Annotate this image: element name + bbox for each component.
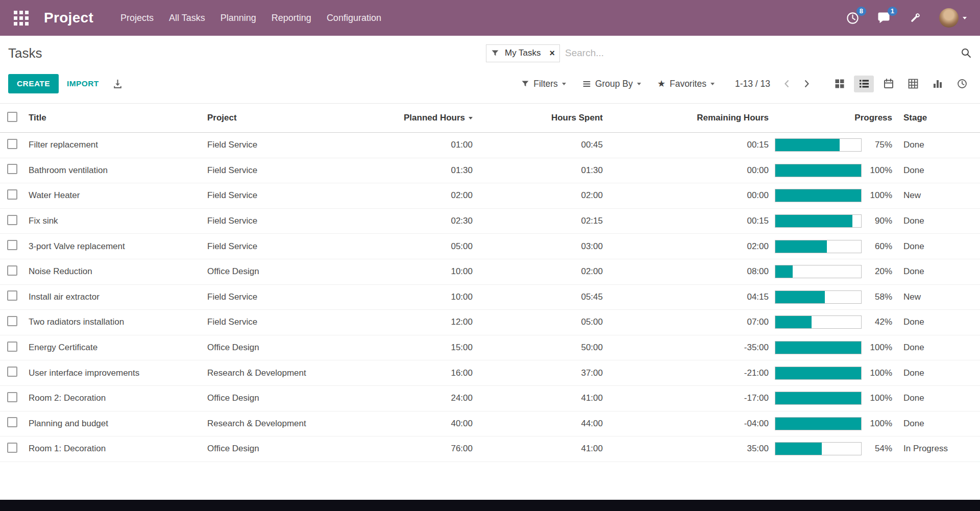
app-title[interactable]: Project (44, 10, 93, 26)
messages-icon[interactable]: 1 (877, 11, 891, 25)
favorites-dropdown[interactable]: ★ Favorites (657, 79, 715, 89)
progress-fill (775, 164, 861, 177)
progress-percent: 100% (862, 343, 896, 353)
progress-bar (775, 164, 862, 177)
kanban-view-icon[interactable] (829, 76, 849, 92)
pager-range: 1-13 / 13 (735, 79, 770, 89)
task-stage: Done (896, 140, 980, 150)
task-row[interactable]: Install air extractor Field Service 10:0… (0, 285, 980, 310)
task-row[interactable]: Water Heater Field Service 02:00 02:00 0… (0, 183, 980, 209)
task-hours-spent: 41:00 (473, 444, 603, 454)
star-icon: ★ (657, 79, 666, 88)
header-progress[interactable]: Progress (769, 113, 896, 123)
pager-next-icon[interactable] (797, 79, 816, 89)
row-checkbox[interactable] (7, 164, 17, 174)
task-remaining-hours: -17:00 (603, 393, 769, 403)
filters-dropdown[interactable]: Filters (521, 79, 566, 89)
task-hours-spent: 02:00 (473, 266, 603, 277)
group-by-dropdown[interactable]: Group By (582, 79, 641, 89)
task-row[interactable]: Planning and budget Research & Developme… (0, 411, 980, 437)
menu-reporting[interactable]: Reporting (264, 0, 319, 36)
search-bar[interactable]: My Tasks × (486, 44, 972, 62)
user-menu[interactable] (939, 8, 967, 28)
task-title: Fix sink (29, 216, 207, 226)
user-avatar (939, 8, 959, 28)
header-project[interactable]: Project (207, 113, 376, 123)
task-remaining-hours: -35:00 (603, 343, 769, 353)
task-row[interactable]: 3-port Valve replacement Field Service 0… (0, 234, 980, 259)
task-project: Field Service (207, 241, 376, 252)
task-progress-cell: 75% (769, 138, 896, 152)
select-all-checkbox[interactable] (7, 112, 17, 122)
header-hours-spent[interactable]: Hours Spent (473, 113, 603, 123)
row-checkbox[interactable] (7, 215, 17, 225)
task-project: Research & Development (207, 419, 376, 429)
task-remaining-hours: 08:00 (603, 266, 769, 277)
task-row[interactable]: Fix sink Field Service 02:30 02:15 00:15… (0, 209, 980, 234)
menu-planning[interactable]: Planning (213, 0, 264, 36)
task-row[interactable]: User interface improvements Research & D… (0, 360, 980, 386)
task-planned-hours: 02:00 (376, 190, 473, 201)
progress-percent: 100% (862, 368, 896, 378)
row-checkbox[interactable] (7, 342, 17, 352)
sort-desc-icon (469, 117, 473, 119)
progress-percent: 54% (862, 444, 896, 454)
create-button[interactable]: CREATE (8, 74, 59, 93)
task-hours-spent: 02:15 (473, 216, 603, 226)
menu-projects[interactable]: Projects (113, 0, 161, 36)
progress-fill (775, 342, 861, 354)
calendar-view-icon[interactable] (878, 76, 898, 92)
task-progress-cell: 100% (769, 417, 896, 430)
header-remaining-hours[interactable]: Remaining Hours (603, 113, 769, 123)
task-row[interactable]: Two radiators installation Field Service… (0, 310, 980, 335)
task-row[interactable]: Energy Certificate Office Design 15:00 5… (0, 335, 980, 361)
row-checkbox[interactable] (7, 417, 17, 427)
row-checkbox[interactable] (7, 316, 17, 326)
header-title[interactable]: Title (29, 113, 207, 123)
task-title: 3-port Valve replacement (29, 241, 207, 252)
menu-all-tasks[interactable]: All Tasks (161, 0, 213, 36)
task-stage: New (896, 292, 980, 302)
search-icon[interactable] (961, 47, 972, 59)
task-title: Water Heater (29, 190, 207, 201)
task-hours-spent: 41:00 (473, 393, 603, 403)
download-icon[interactable] (112, 79, 123, 89)
pager-previous-icon[interactable] (777, 79, 797, 89)
task-row[interactable]: Room 2: Decoration Office Design 24:00 4… (0, 386, 980, 411)
task-row[interactable]: Bathroom ventilation Field Service 01:30… (0, 158, 980, 184)
row-checkbox[interactable] (7, 392, 17, 402)
header-stage[interactable]: Stage (896, 113, 980, 123)
progress-fill (775, 265, 793, 278)
menu-configuration[interactable]: Configuration (319, 0, 389, 36)
progress-percent: 100% (862, 419, 896, 429)
apps-menu-icon[interactable] (12, 9, 30, 27)
activity-clock-icon[interactable]: 8 (846, 11, 860, 25)
row-checkbox[interactable] (7, 240, 17, 250)
chevron-down-icon (562, 83, 566, 85)
row-checkbox[interactable] (7, 443, 17, 453)
task-row[interactable]: Noise Reduction Office Design 10:00 02:0… (0, 259, 980, 285)
row-checkbox[interactable] (7, 139, 17, 149)
progress-percent: 90% (862, 216, 896, 226)
row-checkbox[interactable] (7, 290, 17, 301)
facet-remove-icon[interactable]: × (545, 45, 560, 62)
task-hours-spent: 44:00 (473, 419, 603, 429)
pivot-view-icon[interactable] (903, 76, 923, 92)
progress-bar (775, 189, 862, 202)
task-row[interactable]: Filter replacement Field Service 01:00 0… (0, 133, 980, 158)
task-planned-hours: 01:30 (376, 165, 473, 176)
filters-label: Filters (533, 79, 558, 89)
task-row[interactable]: Room 1: Decoration Office Design 76:00 4… (0, 436, 980, 462)
activity-view-icon[interactable] (952, 76, 972, 92)
row-checkbox[interactable] (7, 265, 17, 276)
search-input[interactable] (565, 47, 957, 59)
import-button[interactable]: IMPORT (67, 79, 99, 88)
row-checkbox[interactable] (7, 367, 17, 377)
task-stage: New (896, 190, 980, 201)
row-checkbox[interactable] (7, 189, 17, 200)
list-view-icon[interactable] (854, 76, 874, 92)
tools-wrench-icon[interactable] (908, 11, 922, 25)
header-planned-hours[interactable]: Planned Hours (376, 113, 473, 123)
graph-view-icon[interactable] (927, 76, 947, 92)
progress-fill (775, 316, 812, 328)
